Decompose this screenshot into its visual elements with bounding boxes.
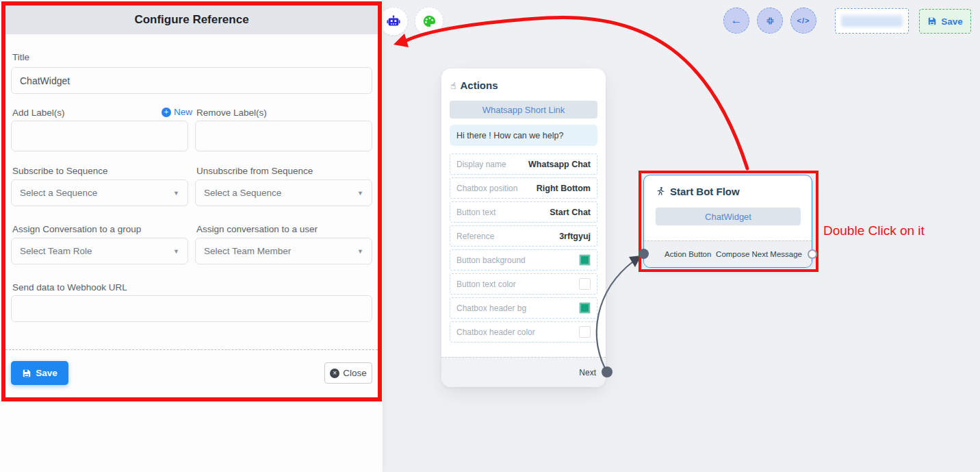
row-value: Start Chat (550, 208, 591, 217)
theme-tool-button[interactable] (415, 7, 443, 36)
assign-group-label: Assign Conversation to a group (12, 224, 141, 234)
row-label: Chatbox header bg (456, 303, 526, 313)
row-value: Whatsapp Chat (528, 160, 591, 169)
hand-pointer-icon: ☝ (450, 80, 456, 91)
unsubscribe-select-value: Select a Sequence (204, 188, 281, 198)
close-icon: × (330, 369, 339, 378)
next-label: Next (579, 368, 596, 377)
action-button-port-label: Action Button (665, 250, 711, 258)
palette-icon (422, 14, 437, 29)
blurred-text (841, 15, 903, 27)
start-bot-flow-node[interactable]: Start Bot Flow ChatWidget Action Button … (643, 175, 812, 268)
row-label: Chatbox header color (456, 327, 535, 337)
actions-card-title: ☝ Actions (450, 79, 498, 91)
double-click-annotation: Double Click on it (823, 223, 925, 238)
chevron-down-icon: ▼ (173, 248, 179, 255)
node-title-text: Start Bot Flow (670, 186, 740, 197)
row-label: Button text (456, 208, 495, 217)
row-chatbox-header-color[interactable]: Chatbox header color (450, 321, 597, 343)
panel-header: Configure Reference (5, 5, 378, 34)
unsubscribe-select[interactable]: Select a Sequence ▼ (195, 179, 372, 206)
whatsapp-short-link-button[interactable]: Whatsapp Short Link (450, 101, 597, 119)
row-chatbox-position[interactable]: Chatbox position Right Bottom (450, 177, 597, 199)
embed-code-button[interactable]: </> (790, 8, 816, 34)
actions-card-footer: Next (441, 357, 606, 387)
row-button-text-color[interactable]: Button text color (450, 273, 597, 295)
row-button-background[interactable]: Button background (450, 249, 597, 271)
greeting-message: Hi there ! How can we help? (450, 125, 597, 146)
assign-group-select-value: Select Team Role (20, 246, 92, 256)
webhook-label: Send data to Webhook URL (12, 282, 127, 293)
settings-list: Display name Whatsapp Chat Chatbox posit… (450, 153, 597, 345)
new-label-text: New (174, 107, 192, 117)
save-button[interactable]: Save (11, 361, 68, 385)
flow-save-label: Save (941, 16, 963, 27)
compress-icon (765, 16, 775, 26)
title-label: Title (12, 52, 29, 62)
assign-user-label: Assign conversation to a user (196, 224, 318, 234)
back-button[interactable]: ← (723, 8, 749, 34)
close-button[interactable]: × Close (324, 362, 372, 384)
row-chatbox-header-bg[interactable]: Chatbox header bg (450, 297, 597, 319)
chatwidget-reference-button[interactable]: ChatWidget (656, 208, 801, 225)
row-value: 3rftgyuj (559, 232, 591, 241)
bot-tool-button[interactable] (379, 7, 408, 36)
row-label: Button background (456, 256, 526, 265)
title-input-value: ChatWidget (20, 75, 70, 86)
row-label: Display name (456, 160, 506, 169)
divider (5, 349, 378, 350)
color-swatch[interactable] (579, 302, 591, 314)
robot-icon (386, 14, 401, 29)
row-label: Button text color (456, 280, 516, 289)
assign-group-select[interactable]: Select Team Role ▼ (11, 238, 188, 264)
unsubscribe-label: Unsubscribe from Sequence (196, 166, 313, 176)
title-input[interactable]: ChatWidget (11, 67, 372, 94)
row-display-name[interactable]: Display name Whatsapp Chat (450, 153, 597, 175)
chatwidget-reference-label: ChatWidget (705, 212, 751, 222)
row-reference[interactable]: Reference 3rftgyuj (450, 225, 597, 247)
save-button-label: Save (36, 368, 57, 378)
code-icon: </> (797, 16, 810, 25)
next-port-handle[interactable] (602, 367, 612, 377)
action-button-port-handle[interactable] (639, 249, 649, 259)
assign-user-select[interactable]: Select Team Member ▼ (195, 238, 372, 264)
close-button-label: Close (343, 368, 367, 378)
color-swatch[interactable] (579, 254, 591, 266)
color-swatch[interactable] (579, 278, 591, 290)
floppy-icon (927, 16, 937, 26)
add-labels-input[interactable] (11, 121, 188, 151)
walking-person-icon (656, 186, 666, 197)
flow-save-button[interactable]: Save (919, 9, 971, 34)
subscribe-select[interactable]: Select a Sequence ▼ (11, 179, 188, 206)
color-swatch[interactable] (579, 326, 591, 338)
assign-user-select-value: Select Team Member (204, 246, 291, 256)
actions-node-card[interactable]: ☝ Actions Whatsapp Short Link Hi there !… (441, 69, 606, 387)
whatsapp-short-link-label: Whatsapp Short Link (482, 105, 565, 115)
panel-title: Configure Reference (134, 13, 248, 27)
add-labels-label: Add Label(s) (12, 108, 65, 118)
flow-name-input[interactable] (835, 8, 909, 34)
node-title: Start Bot Flow (656, 186, 740, 197)
subscribe-select-value: Select a Sequence (20, 188, 97, 198)
compose-next-port-handle[interactable] (808, 249, 817, 259)
row-label: Reference (456, 232, 494, 241)
configure-reference-panel: Configure Reference Title ChatWidget Add… (0, 0, 383, 472)
subscribe-label: Subscribe to Sequence (12, 166, 108, 176)
chevron-down-icon: ▼ (357, 190, 363, 197)
remove-labels-label: Remove Label(s) (196, 108, 267, 118)
row-label: Chatbox position (456, 184, 517, 193)
compose-next-message-port-label: Compose Next Message (716, 250, 802, 258)
row-button-text[interactable]: Button text Start Chat (450, 201, 597, 223)
floppy-icon (22, 369, 31, 378)
chevron-down-icon: ▼ (357, 248, 363, 255)
chevron-down-icon: ▼ (173, 190, 179, 197)
remove-labels-input[interactable] (195, 121, 372, 151)
plus-icon: + (162, 108, 171, 117)
arrow-left-icon: ← (731, 14, 743, 27)
fit-view-button[interactable] (757, 8, 783, 34)
greeting-message-text: Hi there ! How can we help? (456, 131, 563, 140)
new-label-link[interactable]: + New (162, 107, 192, 117)
actions-title-text: Actions (461, 79, 498, 91)
webhook-input[interactable] (11, 295, 372, 322)
node-footer: Action Button Compose Next Message (644, 240, 812, 267)
